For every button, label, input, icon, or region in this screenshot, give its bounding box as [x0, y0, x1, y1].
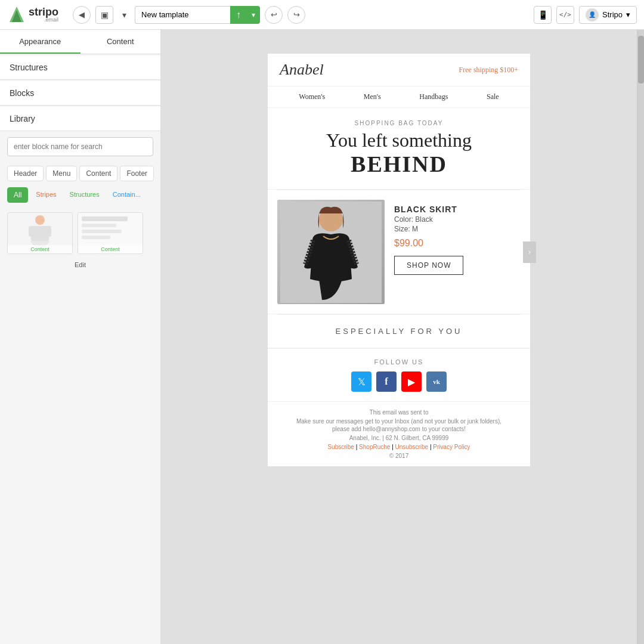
- hero-title-line2: BEHIND: [280, 151, 518, 177]
- product-details: BLACK SKIRT Color: Black Size: M $99.00 …: [394, 200, 521, 304]
- product-size: Size: M: [394, 225, 521, 233]
- undo-button[interactable]: ↩: [265, 6, 283, 24]
- thumbnail-img-2: Content: [78, 212, 143, 254]
- social-youtube-button[interactable]: ▶: [401, 371, 422, 392]
- social-icons: 𝕏 f ▶ vk: [280, 371, 518, 392]
- twitter-icon: 𝕏: [358, 376, 366, 388]
- facebook-icon: f: [385, 376, 388, 387]
- email-canvas: Anabel Free shipping $100+ Women's Men's…: [161, 30, 637, 644]
- template-dropdown-button[interactable]: ▾: [118, 6, 130, 24]
- template-name-input[interactable]: [135, 6, 230, 24]
- product-image-svg: [280, 202, 382, 303]
- category-all[interactable]: All: [7, 187, 28, 203]
- social-facebook-button[interactable]: f: [376, 371, 397, 392]
- toolbar: stripo .email ◀ ▣ ▾ ↑ ▾ ↩ ↪ 📱 </>: [0, 0, 644, 30]
- section-structures[interactable]: Structures: [0, 55, 160, 80]
- avatar: 👤: [586, 8, 599, 21]
- vk-icon: vk: [433, 378, 440, 385]
- content-scroll-area[interactable]: Anabel Free shipping $100+ Women's Men's…: [161, 30, 644, 644]
- panel-tabs: Appearance Content: [0, 30, 160, 54]
- product-image: [277, 200, 385, 304]
- upload-toggle-button[interactable]: ▾: [247, 6, 260, 24]
- dropdown-icon: ▾: [122, 10, 126, 20]
- especially-section: ESPECIALLY FOR YOU: [268, 315, 530, 348]
- thumbnail-item-1[interactable]: Content: [7, 212, 73, 254]
- toolbar-right: 📱 </> 👤 Stripo ▾: [534, 6, 637, 24]
- tab-content[interactable]: Content: [80, 30, 161, 54]
- footer-links: Subscribe | ShopRuche | Unsubscribe | Pr…: [280, 444, 518, 450]
- undo-icon: ↩: [271, 10, 277, 19]
- left-panel: Appearance Content Structures Blocks Lib…: [0, 30, 161, 644]
- shopping-bag-label: SHOPPING BAG TODAY: [280, 120, 518, 126]
- upload-button[interactable]: ↑: [230, 6, 247, 24]
- filter-footer[interactable]: Footer: [120, 166, 154, 181]
- user-dropdown-icon: ▾: [626, 10, 630, 19]
- code-icon: </>: [559, 11, 571, 18]
- email-header: Anabel Free shipping $100+: [268, 54, 530, 86]
- logo: stripo .email: [7, 5, 58, 24]
- thumbnail-grid: Content Content: [0, 208, 160, 259]
- category-structures[interactable]: Structures: [64, 187, 105, 202]
- code-view-button[interactable]: </>: [556, 6, 574, 24]
- product-color: Color: Black: [394, 215, 521, 224]
- edit-label: Edit: [0, 259, 160, 271]
- user-button[interactable]: 👤 Stripo ▾: [579, 6, 637, 24]
- mobile-icon: 📱: [538, 10, 548, 20]
- redo-icon: ↪: [293, 10, 300, 19]
- logo-email-text: .email: [29, 17, 58, 23]
- category-stripes[interactable]: Stripes: [30, 187, 61, 202]
- tab-appearance[interactable]: Appearance: [0, 30, 80, 54]
- svg-rect-3: [31, 226, 49, 241]
- filter-tabs: Header Menu Content Footer: [0, 162, 160, 185]
- search-input[interactable]: [7, 137, 153, 156]
- toggle-icon: ▾: [252, 11, 255, 19]
- logo-icon: [7, 5, 26, 24]
- section-library[interactable]: Library: [0, 107, 160, 131]
- free-shipping-link[interactable]: Free shipping $100+: [459, 66, 518, 75]
- filter-header[interactable]: Header: [7, 166, 44, 181]
- category-tabs: All Stripes Structures Contain...: [0, 185, 160, 208]
- section-blocks[interactable]: Blocks: [0, 81, 160, 106]
- scrollbar[interactable]: [637, 30, 644, 644]
- svg-rect-5: [29, 226, 33, 237]
- main-layout: Appearance Content Structures Blocks Lib…: [0, 30, 644, 644]
- youtube-icon: ▶: [408, 376, 415, 388]
- avatar-icon: 👤: [589, 11, 596, 18]
- scrollbar-thumb[interactable]: [638, 36, 644, 83]
- upload-icon: ↑: [236, 10, 241, 20]
- email-footer: This email was sent to Make sure our mes…: [268, 402, 530, 466]
- template-name-wrapper: ↑ ▾: [135, 6, 260, 24]
- back-icon: ◀: [79, 10, 85, 19]
- social-vk-button[interactable]: vk: [426, 371, 447, 392]
- shopruche-link[interactable]: ShopRuche: [359, 444, 390, 450]
- privacy-link[interactable]: Privacy Policy: [433, 444, 470, 450]
- arrow-right-icon: ›: [528, 247, 531, 257]
- follow-title: FOLLOW US: [280, 358, 518, 366]
- email-preview: Anabel Free shipping $100+ Women's Men's…: [268, 54, 530, 466]
- nav-arrow[interactable]: ›: [523, 242, 536, 263]
- filter-menu[interactable]: Menu: [46, 166, 77, 181]
- template-view-button[interactable]: ▣: [95, 6, 113, 24]
- category-contain[interactable]: Contain...: [107, 187, 146, 202]
- footer-ensure-2: please add hello@annyshop.com to your co…: [280, 426, 518, 432]
- nav-mens: Men's: [364, 92, 381, 101]
- social-twitter-button[interactable]: 𝕏: [351, 371, 371, 392]
- shop-now-button[interactable]: SHOP NOW: [394, 256, 463, 275]
- redo-button[interactable]: ↪: [287, 6, 305, 24]
- follow-section: FOLLOW US 𝕏 f ▶ vk: [268, 349, 530, 402]
- footer-sent-to: This email was sent to: [280, 409, 518, 416]
- filter-content[interactable]: Content: [79, 166, 117, 181]
- footer-copyright: © 2017: [280, 453, 518, 459]
- hero-title-line1: You left something: [280, 130, 518, 151]
- brand-name: Anabel: [280, 61, 324, 79]
- thumbnail-item-2[interactable]: Content: [78, 212, 143, 254]
- search-wrapper: [0, 131, 160, 162]
- svg-rect-6: [47, 226, 51, 237]
- logo-text: stripo .email: [29, 7, 58, 23]
- svg-point-2: [35, 215, 45, 225]
- unsubscribe-link[interactable]: Unsubscribe: [395, 444, 429, 450]
- product-price: $99.00: [394, 238, 521, 249]
- mobile-preview-button[interactable]: 📱: [534, 6, 552, 24]
- subscribe-link[interactable]: Subscribe: [327, 444, 354, 450]
- back-button[interactable]: ◀: [73, 6, 91, 24]
